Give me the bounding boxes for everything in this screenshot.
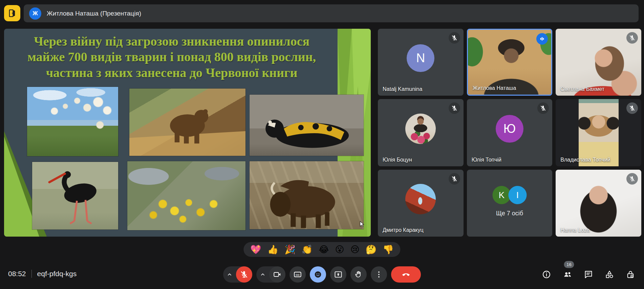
phone-hangup-icon xyxy=(401,269,411,280)
mic-off-icon xyxy=(540,105,546,112)
participant-name: Светлана Бахмет xyxy=(560,86,604,92)
slide-title-line-1: Через війну під загрозою зникнення опини… xyxy=(14,33,329,49)
reactions-button-active[interactable] xyxy=(310,266,326,283)
avatar-photo xyxy=(405,114,436,144)
participant-tile-dmytro-karakuts[interactable]: Дмитро Каракуц xyxy=(378,170,464,237)
raise-hand-button[interactable] xyxy=(350,266,367,283)
chat-icon xyxy=(584,270,593,279)
mic-muted-badge xyxy=(449,173,460,185)
door-icon xyxy=(7,8,17,18)
overflow-avatars: K I xyxy=(492,186,527,204)
stork-silhouette xyxy=(32,162,118,230)
clock-time: 08:52 xyxy=(8,270,26,278)
slide-image-white-flowers xyxy=(27,87,118,156)
present-icon xyxy=(334,270,343,279)
reaction-surprised[interactable]: 😮 xyxy=(335,245,344,254)
slide-title-line-3: частина з яких занесена до Червоної книг… xyxy=(14,65,329,80)
slide-title-line-2: майже 700 видів тварин і понад 800 видів… xyxy=(14,49,329,65)
mic-button-muted[interactable] xyxy=(236,266,252,283)
participant-name: Владислава Топчий xyxy=(560,157,610,163)
overflow-avatar-k: K xyxy=(492,186,511,204)
participant-tile-vladyslava-topchii[interactable]: Владислава Топчий xyxy=(556,99,641,166)
meeting-details-button[interactable] xyxy=(542,270,551,279)
reactions-bar: 💖 👍 🎉 👏 😂 😮 😢 🤔 👎 xyxy=(243,242,400,257)
meeting-meta: 08:52 eqf-pfdq-kgs xyxy=(8,270,77,278)
side-panel-buttons: 16 xyxy=(542,270,635,279)
participant-tile-yulia-botsun[interactable]: Юлія Боцун xyxy=(378,99,464,166)
shared-screen-presentation: Через війну під загрозою зникнення опини… xyxy=(4,29,371,237)
camera-options-button[interactable] xyxy=(256,266,269,283)
reaction-party[interactable]: 🎉 xyxy=(284,245,295,254)
participant-tile-hanna-loza[interactable]: Hanna Loza xyxy=(556,170,641,237)
polecat-silhouette xyxy=(250,95,364,156)
end-call-button[interactable] xyxy=(391,266,421,283)
participant-count-badge: 16 xyxy=(564,261,574,268)
mic-off-icon xyxy=(451,34,458,41)
presenter-chip: Ж Житлова Наташа (Презентація) xyxy=(24,4,639,22)
reaction-cry[interactable]: 😢 xyxy=(350,245,360,254)
host-controls-button[interactable] xyxy=(626,270,635,279)
avatar-photo xyxy=(405,184,436,214)
mic-off-icon xyxy=(629,105,636,112)
captions-button[interactable] xyxy=(289,266,306,283)
vertical-dots-icon xyxy=(374,270,383,279)
smiley-icon xyxy=(314,270,322,279)
mic-off-icon xyxy=(629,175,636,182)
participant-tile-svetlana-bakhmet[interactable]: Светлана Бахмет xyxy=(556,29,641,96)
lock-person-icon xyxy=(626,270,635,279)
mic-control-group xyxy=(223,266,252,283)
participant-name: Юлія Топчій xyxy=(472,157,501,163)
slide-image-brown-bear xyxy=(129,89,245,156)
presenter-title: Житлова Наташа (Презентація) xyxy=(47,10,141,17)
call-controls xyxy=(223,266,421,283)
slide-image-bison xyxy=(250,161,364,229)
mic-options-button[interactable] xyxy=(223,266,236,283)
slide-image-yellow-flowers xyxy=(127,161,245,230)
slide-image-marbled-polecat xyxy=(250,95,364,156)
participant-tile-overflow[interactable]: K I Ще 7 осіб xyxy=(467,170,553,237)
mouse-cursor xyxy=(358,220,366,228)
mic-muted-badge xyxy=(626,32,638,44)
activities-button[interactable] xyxy=(605,270,614,279)
mic-muted-badge xyxy=(449,32,460,44)
more-options-button[interactable] xyxy=(371,266,387,283)
participant-tile-yulia-topchii[interactable]: Ю Юлія Топчій xyxy=(467,99,553,166)
reaction-thumbs-up[interactable]: 👍 xyxy=(267,245,278,254)
mic-off-icon xyxy=(451,105,458,112)
reaction-thumbs-down[interactable]: 👎 xyxy=(383,245,393,254)
participant-tile-natalj-kamunina[interactable]: N Natalj Kamunina xyxy=(378,29,464,96)
participant-name: Житлова Наташа xyxy=(473,85,516,91)
participant-name: Natalj Kamunina xyxy=(383,86,422,92)
participant-name: Юлія Боцун xyxy=(383,157,412,163)
avatar: N xyxy=(407,44,434,72)
camera-icon xyxy=(273,270,282,279)
people-button[interactable]: 16 xyxy=(563,270,572,279)
app-launcher-button[interactable] xyxy=(4,5,20,21)
bison-silhouette xyxy=(250,161,364,229)
participant-tile-zhytlova-natasha[interactable]: Житлова Наташа xyxy=(467,29,553,96)
bear-silhouette xyxy=(129,89,245,156)
mic-off-icon xyxy=(451,175,458,182)
captions-icon xyxy=(293,270,302,279)
reaction-clap[interactable]: 👏 xyxy=(302,245,313,254)
present-screen-button[interactable] xyxy=(330,266,346,283)
reaction-thinking[interactable]: 🤔 xyxy=(366,245,377,254)
reaction-heart[interactable]: 💖 xyxy=(250,245,261,254)
activities-icon xyxy=(605,270,614,279)
mic-muted-badge xyxy=(449,102,460,114)
slide-title: Через війну під загрозою зникнення опини… xyxy=(14,33,329,80)
chat-button[interactable] xyxy=(584,270,593,279)
camera-control-group xyxy=(256,266,285,283)
mic-off-icon xyxy=(629,34,636,41)
overflow-avatar-i: I xyxy=(508,186,527,204)
google-meet-window: Ж Житлова Наташа (Презентація) Через вій… xyxy=(0,0,644,289)
chevron-up-icon xyxy=(259,271,266,278)
reaction-laugh[interactable]: 😂 xyxy=(319,245,329,254)
slide-image-black-stork xyxy=(32,162,118,230)
mic-off-icon xyxy=(240,270,249,279)
presenter-avatar: Ж xyxy=(29,7,41,20)
camera-button[interactable] xyxy=(269,266,285,283)
mic-muted-badge xyxy=(626,102,638,114)
hand-icon xyxy=(354,270,363,279)
participant-name: Дмитро Каракуц xyxy=(383,227,424,233)
